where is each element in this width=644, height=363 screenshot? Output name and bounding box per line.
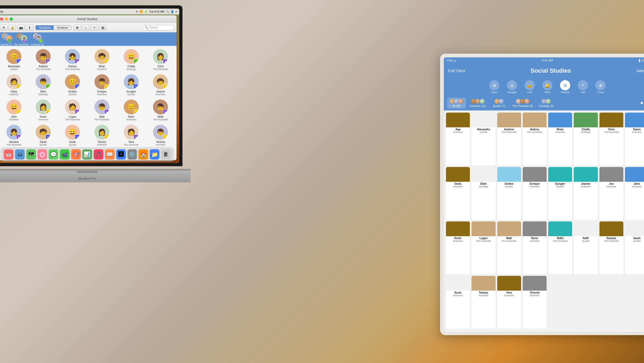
- filter-duolingo[interactable]: Duolingo (2): [537, 98, 555, 109]
- student-susie[interactable]: 😄 Q Susie Quizlet: [59, 124, 86, 147]
- tool-open[interactable]: ⊕ Open: [489, 80, 499, 94]
- close-button[interactable]: [0, 17, 3, 21]
- dock-calendar[interactable]: 📅: [4, 149, 13, 160]
- ipad-student-darla[interactable]: Darla Invention: [446, 167, 470, 220]
- menubar-user-icon[interactable]: 👤: [171, 10, 174, 13]
- ipad-student-nerio[interactable]: Nerio Invention: [523, 221, 547, 274]
- ipad-student-nidhi[interactable]: Nidhi The Pyramids: [548, 221, 572, 274]
- ipad-student-alexandra[interactable]: Alexandra Quizlet: [471, 113, 495, 165]
- filter-all[interactable]: All (30): [447, 98, 466, 109]
- ipad-student-aubrey[interactable]: Aubrey The Pyramids: [523, 113, 547, 165]
- toolbar-add-icon[interactable]: +: [91, 25, 98, 31]
- maximize-button[interactable]: [10, 17, 13, 21]
- student-aubrey[interactable]: 👧 ▲ Aubrey The Pyramids: [59, 48, 86, 72]
- filter-quizlet[interactable]: Quizlet (7): [490, 98, 508, 109]
- student-chella[interactable]: 😄 🦜 Chella Duolingo: [117, 48, 145, 72]
- ipad-student-samara[interactable]: Samara The Pyramids: [599, 221, 623, 274]
- filter-invention[interactable]: Invention (12): [467, 98, 488, 109]
- ipad-student-joe[interactable]: Joe Invention: [599, 167, 623, 220]
- student-vera[interactable]: 🧑 ▲ Vera The Pyramids: [117, 124, 145, 147]
- dock-folder[interactable]: 📁: [150, 149, 159, 160]
- student-jeanne[interactable]: 🧒 💡 Jeanne Invention: [147, 73, 174, 97]
- student-tammy[interactable]: 👩 💡 Tammy Invention: [88, 124, 116, 147]
- dock-classroom[interactable]: 🏫: [138, 149, 148, 160]
- student-daria[interactable]: 🧑 💡 Daria Invention: [0, 73, 28, 97]
- dock-numbers[interactable]: 📊: [82, 149, 92, 160]
- student-sarah[interactable]: 🧒 Q Sarah Quizlet: [29, 124, 57, 147]
- dock-trash[interactable]: 🗑: [161, 149, 171, 160]
- ipad-student-andrew[interactable]: Andrew The Pyramids: [497, 113, 521, 165]
- filter-pyramids[interactable]: The Pyramids (9): [510, 98, 535, 109]
- student-logan[interactable]: 🧑 ▲ Logan The Pyramids: [59, 98, 86, 122]
- ipad-student-chris[interactable]: Chris The Pyramids: [599, 113, 623, 165]
- group-pyramids[interactable]: 👦 👧 🧒 P The Pyramids: [14, 32, 29, 46]
- student-alexandra[interactable]: 😊 Q Alexandra Quizlet: [0, 48, 28, 72]
- search-input[interactable]: 🔍 Search: [142, 25, 174, 30]
- toolbar-info-icon[interactable]: ℹ: [26, 25, 33, 31]
- toolbar-share-icon[interactable]: ▤: [99, 25, 107, 31]
- ipad-student-jeanne[interactable]: Jeanne Invention: [574, 167, 598, 220]
- dock-keynote[interactable]: 🎯: [71, 149, 81, 160]
- dock-messages[interactable]: 💬: [49, 149, 58, 160]
- ipad-student-susie[interactable]: Susie Invention: [446, 276, 470, 329]
- dock-photos[interactable]: 🌸: [38, 149, 47, 160]
- group-quizlet[interactable]: 😊 😐 😄 Q Quizlet (7): [1, 32, 12, 46]
- tool-screens[interactable]: ⊞ Screens: [560, 80, 570, 94]
- tool-navigate[interactable]: ◎ Navigate: [507, 80, 517, 94]
- ipad-student-matt[interactable]: Matt The Pyramids: [497, 221, 521, 274]
- dock-appstore[interactable]: 🅰: [116, 149, 126, 160]
- dock-sysprefs[interactable]: ⚙️: [127, 149, 137, 160]
- student-eungee[interactable]: 👧 Q Eungee Quizlet: [117, 73, 145, 97]
- toolbar-camera-icon[interactable]: 📷: [17, 25, 25, 31]
- menubar-help[interactable]: Help: [0, 10, 3, 13]
- ipad-student-brian[interactable]: Brian Invention: [548, 113, 572, 165]
- ipad-student-victoria[interactable]: Victoria Invention: [523, 276, 547, 329]
- toolbar-view-icon[interactable]: ⊞: [74, 25, 81, 31]
- ipad-student-enrique[interactable]: Enrique Invention: [523, 167, 547, 220]
- student-john[interactable]: 😄 💡 John Invention: [0, 98, 28, 122]
- tool-lock[interactable]: 🔒 Lock: [525, 80, 535, 94]
- ipad-student-sarah[interactable]: Sarah Quizlet: [625, 221, 644, 274]
- student-andrew[interactable]: 👦 ▲ Andrew The Pyramids: [29, 48, 57, 72]
- menubar-search-icon[interactable]: 🔍: [166, 10, 169, 13]
- tool-mute[interactable]: 🔔 Mute: [542, 80, 552, 94]
- dock-music[interactable]: 🎵: [94, 149, 103, 160]
- minimize-button[interactable]: [5, 17, 8, 21]
- student-emilee[interactable]: 😊 Q Emilee Quizlet: [59, 73, 86, 97]
- dock-facetime[interactable]: 📹: [60, 149, 69, 160]
- students-tab[interactable]: Students: [36, 25, 54, 30]
- toolbar-text-icon[interactable]: A: [0, 25, 8, 31]
- ipad-student-logan[interactable]: Logan The Pyramids: [471, 221, 495, 274]
- select-button[interactable]: Select: [636, 69, 644, 73]
- student-brian[interactable]: 🧒 💡 Brian Invention: [88, 48, 116, 72]
- ipad-student-tammy[interactable]: Tammy Invention: [471, 276, 495, 329]
- ipad-student-emilee[interactable]: Emilee Quizlet: [497, 167, 521, 220]
- ipad-student-eungee[interactable]: Eungee Quizlet: [548, 167, 572, 220]
- student-nerio[interactable]: 😊 💡 Nerio Invention: [117, 98, 145, 122]
- tool-group[interactable]: ⊕ Group: [595, 80, 606, 94]
- ipad-student-john[interactable]: John Invention: [625, 167, 644, 220]
- student-victoria[interactable]: 👦 💡 Victoria Invention: [147, 124, 174, 147]
- ipad-student-raffi[interactable]: Raffi Quizlet: [574, 221, 598, 274]
- toolbar-download-icon[interactable]: ↓: [82, 25, 90, 31]
- dock-finder[interactable]: 🗂: [15, 149, 25, 160]
- dock-maps[interactable]: 🗺: [26, 149, 36, 160]
- end-class-button[interactable]: End Class: [448, 69, 465, 73]
- group-duolingo[interactable]: 👩 🧑 D Duolingo (2): [31, 32, 44, 46]
- student-ellen[interactable]: 👦 🦜 Ellen Duolingo: [29, 73, 57, 97]
- ipad-student-ellen[interactable]: Ellen Duolingo: [471, 167, 495, 220]
- toolbar-lock-icon[interactable]: 🔒: [9, 25, 16, 31]
- menubar-menu-icon[interactable]: ≡: [175, 10, 177, 13]
- tool-add[interactable]: + Add: [578, 80, 588, 94]
- ipad-student-vera[interactable]: Vera Invention: [497, 276, 521, 329]
- ipad-student-kevin[interactable]: Kevin Invention: [446, 221, 470, 274]
- screens-tab[interactable]: Screens: [54, 25, 71, 30]
- ipad-student-aga[interactable]: Aga Invention: [446, 113, 470, 165]
- students-screens-toggle[interactable]: Students Screens: [35, 25, 71, 30]
- ipad-student-chella[interactable]: Chella Duolingo: [574, 113, 598, 165]
- ipad-student-daren[interactable]: Daren Invention: [625, 113, 644, 165]
- student-chris[interactable]: 👩 ▲ Chris The Pyramids: [147, 48, 174, 72]
- student-nidhi[interactable]: 👦 ▲ Nidhi The Pyramids: [147, 98, 174, 122]
- student-kevin[interactable]: 👩 💡 Kevin Invention: [29, 98, 57, 122]
- student-matt[interactable]: 👦 ▲ Matt The Pyramids: [88, 98, 116, 122]
